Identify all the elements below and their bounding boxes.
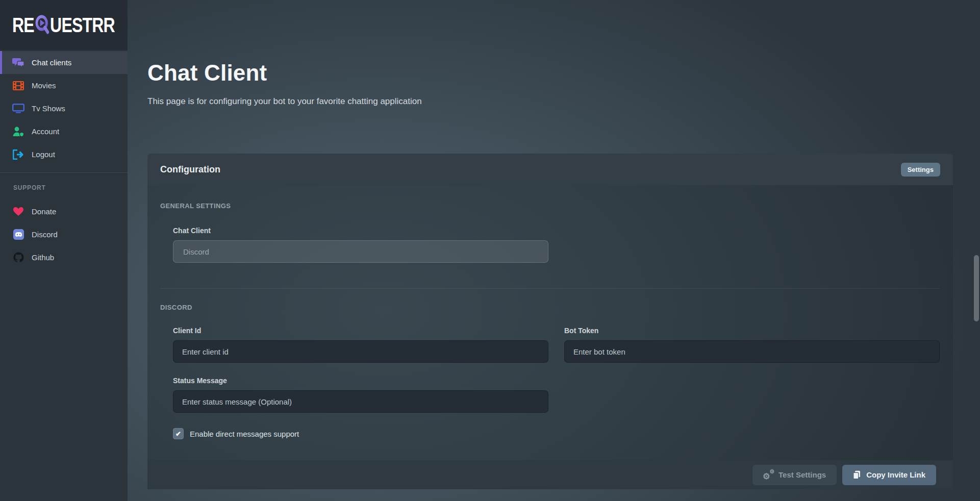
client-id-label: Client Id — [173, 327, 548, 335]
configuration-card-footer: ⚙⚙ Test Settings Copy Invite Link — [147, 460, 953, 489]
gears-icon: ⚙⚙ — [763, 470, 773, 480]
configuration-card: Configuration Settings GENERAL SETTINGS … — [147, 154, 953, 489]
sidebar-item-label: Discord — [32, 230, 58, 239]
sidebar-item-logout[interactable]: Logout — [0, 143, 128, 166]
copy-invite-link-label: Copy Invite Link — [866, 470, 925, 479]
test-settings-button[interactable]: ⚙⚙ Test Settings — [752, 465, 837, 485]
copy-invite-link-button[interactable]: Copy Invite Link — [842, 465, 936, 485]
brand-text-pre: RE — [12, 13, 34, 37]
requestrr-app: RE UESTRR — [0, 0, 980, 501]
chat-client-label: Chat Client — [173, 227, 940, 235]
support-nav: Donate Discord — [0, 200, 128, 269]
test-settings-label: Test Settings — [778, 470, 826, 479]
sign-out-icon — [12, 149, 25, 160]
tv-icon — [12, 103, 25, 114]
discord-heading: DISCORD — [160, 304, 940, 311]
status-message-input[interactable] — [173, 390, 548, 413]
film-icon — [12, 80, 25, 91]
general-settings-heading: GENERAL SETTINGS — [160, 202, 940, 210]
sidebar-item-label: Github — [32, 253, 54, 262]
client-id-field: Client Id — [173, 327, 548, 363]
sidebar-item-donate[interactable]: Donate — [0, 200, 128, 223]
card-title: Configuration — [160, 164, 220, 175]
dm-support-row: ✔ Enable direct messages support — [173, 428, 548, 460]
sidebar-item-movies[interactable]: Movies — [0, 74, 128, 97]
copy-icon — [853, 470, 861, 480]
sidebar-item-label: Account — [32, 127, 59, 136]
sidebar: RE UESTRR — [0, 0, 128, 501]
sidebar-item-github[interactable]: Github — [0, 246, 128, 269]
sidebar-item-label: Logout — [32, 150, 55, 159]
sidebar-item-account[interactable]: Account — [0, 120, 128, 143]
sidebar-item-tv-shows[interactable]: Tv Shows — [0, 97, 128, 120]
sidebar-divider — [0, 172, 128, 173]
general-settings-section: GENERAL SETTINGS Chat Client Discord — [160, 185, 940, 289]
status-message-label: Status Message — [173, 377, 548, 385]
vertical-scrollbar-thumb[interactable] — [974, 255, 979, 321]
chat-client-select[interactable]: Discord — [173, 240, 548, 263]
main-nav: Chat clients Movies — [0, 51, 128, 166]
chat-bubbles-icon — [12, 57, 25, 68]
brand-text-post: UESTRR — [50, 13, 115, 37]
configuration-card-body: GENERAL SETTINGS Chat Client Discord DIS… — [147, 185, 953, 460]
dm-checkbox-label: Enable direct messages support — [190, 430, 299, 438]
configuration-card-header: Configuration Settings — [147, 154, 953, 185]
brand-wordmark: RE UESTRR — [12, 13, 115, 37]
bot-token-input[interactable] — [564, 340, 940, 363]
sidebar-item-chat-clients[interactable]: Chat clients — [0, 51, 128, 74]
page-subtitle: This page is for configuring your bot to… — [147, 96, 953, 107]
brand-logo[interactable]: RE UESTRR — [0, 0, 128, 50]
bot-token-label: Bot Token — [564, 327, 940, 335]
heart-icon — [12, 206, 25, 217]
sidebar-item-label: Donate — [32, 207, 56, 216]
main-content: Chat Client This page is for configuring… — [128, 0, 980, 501]
dm-checkbox[interactable]: ✔ — [173, 428, 184, 439]
sidebar-item-label: Chat clients — [32, 58, 71, 67]
sidebar-item-label: Tv Shows — [32, 104, 65, 113]
check-icon: ✔ — [175, 431, 181, 437]
sidebar-item-label: Movies — [32, 81, 56, 90]
discord-icon — [12, 229, 25, 240]
support-heading: SUPPORT — [13, 184, 128, 191]
play-magnifier-icon — [35, 14, 50, 36]
status-message-field: Status Message — [173, 377, 548, 413]
page-title: Chat Client — [147, 60, 953, 86]
settings-button[interactable]: Settings — [901, 163, 940, 177]
bot-token-field: Bot Token — [564, 327, 940, 363]
user-shield-icon — [12, 126, 25, 137]
github-icon — [12, 252, 25, 263]
sidebar-item-discord[interactable]: Discord — [0, 223, 128, 246]
client-id-input[interactable] — [173, 340, 548, 363]
discord-section: DISCORD Client Id Bot Token Status Messa… — [160, 289, 940, 460]
